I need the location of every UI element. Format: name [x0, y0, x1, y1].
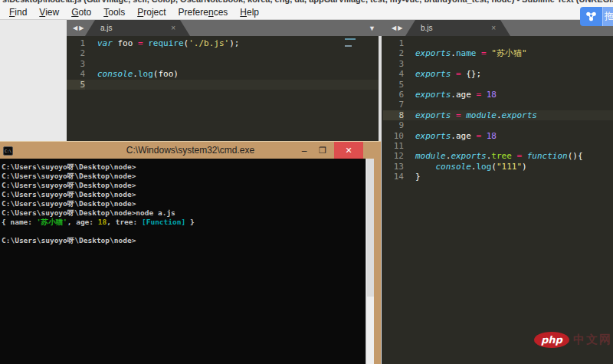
- minimap-a-js[interactable]: [345, 38, 359, 68]
- menu-goto[interactable]: Goto: [65, 5, 97, 19]
- code-line-1[interactable]: 1: [383, 38, 613, 48]
- code-text: exports.age = 18: [415, 90, 497, 100]
- menu-view[interactable]: View: [33, 5, 65, 19]
- line-number: 13: [383, 162, 404, 172]
- editor-pane-b-js[interactable]: 12exports.name = "苏小猫"34exports = {};56e…: [383, 36, 613, 364]
- code-line-5[interactable]: 5: [383, 80, 613, 90]
- code-line-12[interactable]: 12module.exports.tree = function(){: [383, 151, 613, 161]
- tab-scroll-arrows-right-pane[interactable]: ◀▶: [392, 25, 404, 31]
- code-line-8[interactable]: 8exports = module.exports: [383, 110, 613, 120]
- php-site-name: 中文网: [573, 333, 612, 347]
- code-line-14[interactable]: 14}: [383, 172, 613, 182]
- code-line-11[interactable]: 11: [383, 141, 613, 151]
- line-number: 6: [383, 90, 404, 100]
- tab-close-icon[interactable]: ×: [171, 24, 190, 32]
- tab-overflow-icon[interactable]: ▼: [369, 25, 375, 32]
- close-button[interactable]: ✕: [334, 142, 363, 159]
- minimize-button[interactable]: –: [296, 143, 313, 159]
- line-number: 2: [383, 48, 404, 58]
- cmd-scrollbar[interactable]: [366, 159, 374, 364]
- code-line-7[interactable]: 7: [383, 100, 613, 110]
- tab-b-js[interactable]: b.js ×: [405, 20, 510, 36]
- code-line-10[interactable]: 10exports.age = 18: [383, 131, 613, 141]
- line-number: 14: [383, 172, 404, 182]
- line-number: 3: [67, 59, 85, 69]
- tab-label: a.js: [85, 24, 171, 32]
- code-text: exports = {};: [415, 69, 481, 79]
- line-number: 4: [383, 69, 404, 79]
- line-number: 7: [383, 100, 404, 110]
- console-line: C:\Users\suyoyo呀\Desktop\node>: [2, 199, 366, 208]
- menu-project[interactable]: Project: [131, 5, 172, 19]
- tab-scroll-arrows-left-pane[interactable]: ◀▶: [73, 25, 85, 31]
- line-number: 12: [383, 151, 404, 161]
- code-line-9[interactable]: 9: [383, 120, 613, 130]
- extension-badge[interactable]: 拖: [580, 7, 613, 26]
- code-line-2[interactable]: 2: [67, 48, 379, 58]
- console-line: [2, 227, 366, 236]
- line-number: 2: [67, 48, 85, 58]
- code-text: module.exports.tree = function(){: [415, 151, 583, 161]
- line-number: 1: [67, 38, 85, 48]
- line-number: 3: [383, 59, 404, 69]
- console-line: C:\Users\suyoyo呀\Desktop\node>: [2, 162, 366, 172]
- cmd-window: C:\ C:\Windows\system32\cmd.exe – ❐ ✕ C:…: [0, 141, 381, 364]
- php-logo: php: [534, 332, 569, 348]
- line-number: 5: [383, 80, 404, 90]
- line-number: 5: [67, 80, 85, 90]
- desktop-screen: s\Desktop\node\a.js (GarVillage, sell, C…: [0, 0, 613, 364]
- console-line: C:\Users\suyoyo呀\Desktop\node>: [2, 190, 366, 199]
- line-number: 11: [383, 141, 404, 151]
- console-line: C:\Users\suyoyo呀\Desktop\node>: [2, 236, 366, 245]
- tab-label: b.js: [405, 24, 491, 32]
- minimap-line-mark: [345, 45, 352, 47]
- php-cn-watermark: php 中文网: [534, 332, 612, 348]
- line-number: 8: [383, 110, 404, 120]
- line-number: 10: [383, 131, 404, 141]
- code-line-1[interactable]: 1var foo = require('./b.js');: [67, 38, 379, 48]
- code-text: exports.age = 18: [415, 131, 497, 141]
- code-line-2[interactable]: 2exports.name = "苏小猫": [383, 48, 613, 58]
- drag-label[interactable]: 拖: [602, 7, 613, 26]
- cmd-titlebar[interactable]: C:\ C:\Windows\system32\cmd.exe – ❐ ✕: [0, 141, 381, 159]
- code-line-3[interactable]: 3: [67, 59, 379, 69]
- code-line-6[interactable]: 6exports.age = 18: [383, 90, 613, 100]
- share-circles-icon: [585, 10, 598, 23]
- cmd-console[interactable]: C:\Users\suyoyo呀\Desktop\node>C:\Users\s…: [0, 159, 366, 364]
- code-line-4[interactable]: 4console.log(foo): [67, 69, 379, 79]
- tab-a-js[interactable]: a.js ×: [85, 20, 190, 36]
- code-text: var foo = require('./b.js');: [97, 38, 239, 48]
- code-text: exports.name = "苏小猫": [415, 48, 527, 58]
- collect-button[interactable]: [580, 7, 602, 26]
- minimap-line-mark: [345, 38, 356, 40]
- tab-scroll-left-icon[interactable]: ◀: [73, 25, 79, 31]
- console-line: { name: '苏小猫', age: 18, tree: [Function]…: [2, 218, 366, 227]
- maximize-button[interactable]: ❐: [314, 143, 331, 159]
- line-number: 9: [383, 120, 404, 130]
- console-line: C:\Users\suyoyo呀\Desktop\node>: [2, 181, 366, 190]
- code-text: }: [415, 172, 421, 182]
- menu-find[interactable]: Find: [3, 5, 33, 19]
- tab-scroll-right-icon[interactable]: ▶: [79, 25, 85, 31]
- window-title: s\Desktop\node\a.js (GarVillage, sell, C…: [0, 0, 613, 4]
- code-line-4[interactable]: 4exports = {};: [383, 69, 613, 79]
- tab-scroll-right-icon[interactable]: ▶: [398, 25, 404, 31]
- menu-preferences[interactable]: Preferences: [172, 5, 234, 19]
- code-line-3[interactable]: 3: [383, 59, 613, 69]
- sublime-titlebar[interactable]: s\Desktop\node\a.js (GarVillage, sell, C…: [0, 0, 613, 5]
- cmd-window-border: [374, 159, 381, 364]
- code-text: console.log("111"): [415, 162, 527, 172]
- tab-scroll-left-icon[interactable]: ◀: [392, 25, 398, 31]
- code-text: console.log(foo): [97, 69, 179, 79]
- console-line: C:\Users\suyoyo呀\Desktop\node>: [2, 172, 366, 181]
- tab-strip: ◀▶ a.js × ▼ ◀▶ b.js ×: [67, 20, 613, 36]
- code-line-5[interactable]: 5: [67, 80, 379, 90]
- cmd-scrollbar-thumb[interactable]: [367, 159, 374, 297]
- code-line-13[interactable]: 13 console.log("111"): [383, 162, 613, 172]
- code-text: exports = module.exports: [415, 110, 537, 120]
- line-number: 1: [383, 38, 404, 48]
- line-number: 4: [67, 69, 85, 79]
- tab-close-icon[interactable]: ×: [491, 24, 510, 32]
- menu-help[interactable]: Help: [234, 5, 265, 19]
- menu-tools[interactable]: Tools: [97, 5, 131, 19]
